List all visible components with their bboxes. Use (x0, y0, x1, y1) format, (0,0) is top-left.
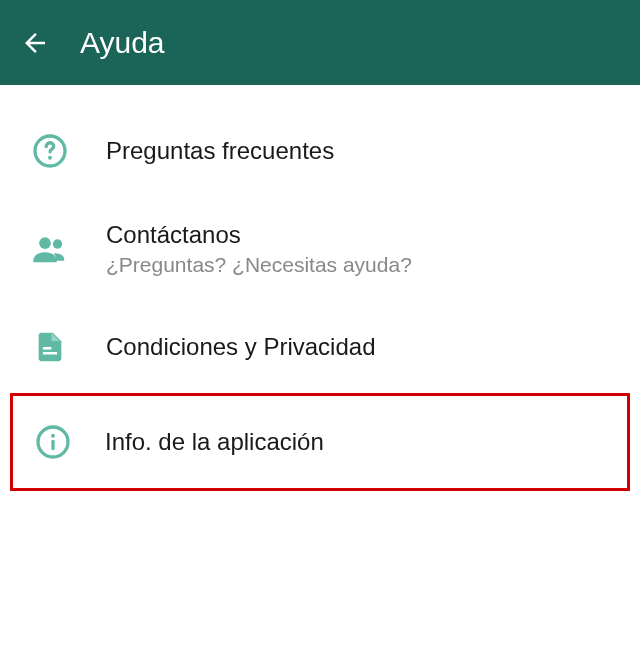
help-icon (30, 131, 70, 171)
document-icon (30, 327, 70, 367)
list-item-faq[interactable]: Preguntas frecuentes (0, 105, 640, 197)
svg-point-1 (48, 156, 52, 160)
back-button[interactable] (20, 28, 50, 58)
list-item-title: Info. de la aplicación (105, 428, 324, 456)
help-list: Preguntas frecuentes Contáctanos ¿Pregun… (0, 85, 640, 491)
app-header: Ayuda (0, 0, 640, 85)
list-item-title: Contáctanos (106, 221, 412, 249)
page-title: Ayuda (80, 26, 165, 60)
list-item-contact[interactable]: Contáctanos ¿Preguntas? ¿Necesitas ayuda… (0, 197, 640, 301)
list-item-text: Contáctanos ¿Preguntas? ¿Necesitas ayuda… (106, 221, 412, 277)
list-item-appinfo[interactable]: Info. de la aplicación (13, 396, 627, 488)
highlight-annotation: Info. de la aplicación (10, 393, 630, 491)
list-item-text: Preguntas frecuentes (106, 137, 334, 165)
svg-point-2 (39, 237, 51, 249)
list-item-text: Info. de la aplicación (105, 428, 324, 456)
list-item-text: Condiciones y Privacidad (106, 333, 375, 361)
info-icon (33, 422, 73, 462)
svg-rect-4 (43, 347, 51, 350)
list-item-title: Condiciones y Privacidad (106, 333, 375, 361)
svg-point-3 (53, 239, 62, 248)
list-item-subtitle: ¿Preguntas? ¿Necesitas ayuda? (106, 253, 412, 277)
list-item-terms[interactable]: Condiciones y Privacidad (0, 301, 640, 393)
svg-rect-5 (43, 352, 57, 355)
people-icon (30, 229, 70, 269)
back-arrow-icon (20, 28, 50, 58)
svg-rect-8 (51, 440, 54, 451)
svg-point-7 (51, 434, 55, 438)
list-item-title: Preguntas frecuentes (106, 137, 334, 165)
